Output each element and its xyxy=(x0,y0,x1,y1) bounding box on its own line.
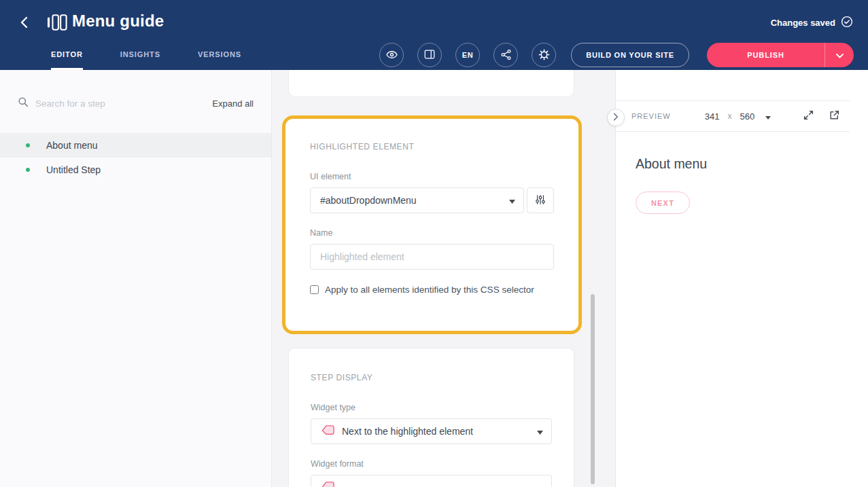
page-title: Menu guide xyxy=(72,12,164,31)
step-item-about-menu[interactable]: About menu xyxy=(0,133,271,158)
widget-tooltip-icon xyxy=(321,425,335,439)
tab-versions[interactable]: VERSIONS xyxy=(198,50,241,70)
name-label: Name xyxy=(310,228,554,238)
editor-scrollbar[interactable] xyxy=(591,294,595,484)
back-button[interactable] xyxy=(15,14,34,33)
collapse-panel-button[interactable] xyxy=(607,109,625,126)
chevron-left-icon xyxy=(19,16,30,31)
ui-element-label: UI element xyxy=(310,172,554,181)
preview-header-icons xyxy=(803,109,850,123)
chevron-down-icon xyxy=(836,50,844,60)
section-title: HIGHLIGHTED ELEMENT xyxy=(310,142,554,151)
topbar-tabs: EDITOR INSIGHTS VERSIONS xyxy=(51,50,279,70)
tab-insights[interactable]: INSIGHTS xyxy=(120,50,160,70)
ui-element-select[interactable]: #aboutDropdownMenu xyxy=(310,187,524,213)
steps-sidebar: Expand all About menu Untitled Step xyxy=(0,70,272,487)
widget-format-select[interactable] xyxy=(311,475,552,487)
gear-icon xyxy=(538,48,551,62)
status-changes-saved: Changes saved xyxy=(771,16,853,30)
widget-type-value: Next to the highlighted element xyxy=(342,426,473,437)
apply-to-all-checkbox[interactable] xyxy=(310,285,319,294)
expand-arrows-icon xyxy=(803,109,814,123)
preview-size-dropdown[interactable]: 341 x 560 xyxy=(705,110,771,122)
app-logo-icon xyxy=(46,12,68,33)
highlighted-element-card: HIGHLIGHTED ELEMENT UI element #aboutDro… xyxy=(282,115,582,334)
preview-width: 341 xyxy=(705,111,720,122)
selector-settings-button[interactable] xyxy=(527,187,554,213)
step-label: About menu xyxy=(46,140,98,151)
section-title: STEP DISPLAY xyxy=(311,373,552,382)
tab-editor[interactable]: EDITOR xyxy=(51,50,83,70)
preview-label: PREVIEW xyxy=(631,112,671,120)
share-icon xyxy=(500,49,512,62)
search-icon xyxy=(18,96,29,110)
size-separator: x xyxy=(727,111,731,121)
sliders-icon xyxy=(535,194,546,207)
build-on-your-site-button[interactable]: BUILD ON YOUR SITE xyxy=(571,43,689,67)
widget-format-label: Widget format xyxy=(311,459,552,469)
preview-content: About menu NEXT xyxy=(616,156,868,214)
step-label: Untitled Step xyxy=(46,164,101,175)
layout-panel-icon xyxy=(423,48,436,62)
expand-all-link[interactable]: Expand all xyxy=(212,98,254,109)
language-button[interactable]: EN xyxy=(455,43,480,67)
search-input[interactable] xyxy=(35,98,212,109)
chevron-down-icon xyxy=(509,195,515,206)
step-display-card: STEP DISPLAY Widget type Next to the hig… xyxy=(288,348,574,487)
preview-height: 560 xyxy=(740,111,754,122)
fullscreen-button[interactable] xyxy=(803,109,814,123)
topbar: Menu guide Changes saved EDITOR INSIGHTS… xyxy=(0,0,868,70)
preview-step-heading: About menu xyxy=(636,156,868,172)
open-in-new-tab-button[interactable] xyxy=(829,109,840,123)
highlighted-element-name-input[interactable] xyxy=(310,244,554,270)
preview-eye-button[interactable] xyxy=(379,43,404,67)
step-item-untitled-step[interactable]: Untitled Step xyxy=(0,158,271,182)
ui-element-row: #aboutDropdownMenu xyxy=(310,187,554,213)
status-text: Changes saved xyxy=(771,18,835,28)
chevron-down-icon xyxy=(765,110,771,122)
apply-to-all-row: Apply to all elements identified by this… xyxy=(310,285,554,295)
widget-type-select[interactable]: Next to the highlighted element xyxy=(311,418,552,444)
step-search-row: Expand all xyxy=(0,90,271,116)
preview-panel: PREVIEW 341 x 560 xyxy=(615,70,868,487)
chevron-down-icon xyxy=(537,426,543,437)
step-editor: HIGHLIGHTED ELEMENT UI element #aboutDro… xyxy=(272,70,615,487)
settings-button[interactable] xyxy=(532,43,556,67)
layout-button[interactable] xyxy=(417,43,442,67)
topbar-actions: EN xyxy=(379,43,854,67)
apply-to-all-label: Apply to all elements identified by this… xyxy=(325,285,534,295)
ui-element-value: #aboutDropdownMenu xyxy=(320,195,417,206)
chevron-right-icon xyxy=(612,113,619,123)
workspace: Expand all About menu Untitled Step HIGH… xyxy=(0,70,868,487)
previous-settings-card xyxy=(288,70,574,97)
step-list: About menu Untitled Step xyxy=(0,133,271,182)
eye-icon xyxy=(385,48,398,62)
publish-button[interactable]: PUBLISH xyxy=(707,43,824,67)
preview-header: PREVIEW 341 x 560 xyxy=(616,101,850,132)
external-link-icon xyxy=(829,109,840,123)
step-status-dot xyxy=(26,143,30,147)
widget-type-label: Widget type xyxy=(311,403,552,412)
publish-dropdown-button[interactable] xyxy=(824,43,854,67)
language-label: EN xyxy=(462,51,473,59)
step-status-dot xyxy=(26,168,30,172)
preview-next-button[interactable]: NEXT xyxy=(636,192,690,214)
publish-button-group: PUBLISH xyxy=(707,43,854,67)
check-circle-icon xyxy=(841,16,853,30)
share-button[interactable] xyxy=(493,43,518,67)
widget-tooltip-icon xyxy=(321,481,335,487)
